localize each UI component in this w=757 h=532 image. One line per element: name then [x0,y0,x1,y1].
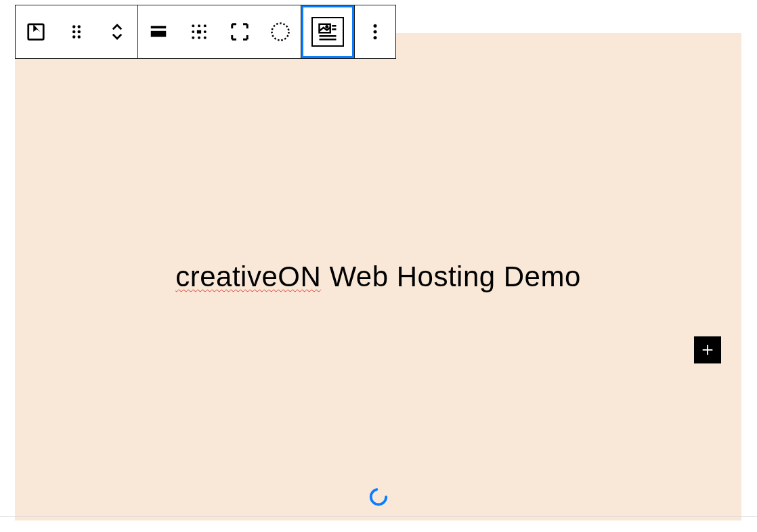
media-icon-frame [311,17,344,47]
duotone-icon [270,22,290,42]
spinner-icon [368,487,389,507]
plus-icon [700,342,715,357]
svg-rect-16 [197,30,201,34]
chevron-up-down-icon [107,22,127,42]
page-bottom-divider [0,516,757,517]
drag-handle-icon [66,22,87,42]
svg-point-5 [78,25,81,28]
svg-point-17 [204,30,207,33]
content-position-icon [189,22,209,42]
content-position-button[interactable] [179,5,219,58]
svg-point-23 [326,26,328,28]
cover-block[interactable]: creativeON Web Hosting Demo [15,33,741,520]
duotone-filter-button[interactable] [260,5,301,58]
svg-rect-3 [28,24,44,40]
svg-point-4 [72,25,76,28]
more-vertical-icon [365,22,385,42]
svg-point-2 [370,489,386,505]
align-wide-icon [148,22,169,42]
svg-point-13 [198,24,200,27]
change-alignment-button[interactable] [138,5,179,58]
toolbar-group-media [301,5,355,58]
cover-title[interactable]: creativeON Web Hosting Demo [175,261,581,293]
drag-handle-button[interactable] [56,5,97,58]
block-toolbar [15,5,396,59]
svg-point-20 [204,37,207,39]
svg-point-30 [374,36,377,39]
svg-point-14 [204,24,207,27]
toolbar-group-more [355,5,395,58]
cover-title-rest: Web Hosting Demo [321,261,581,292]
cover-title-word-spellcheck: creativeON [175,261,321,292]
svg-point-7 [78,30,81,34]
more-options-button[interactable] [355,5,395,58]
svg-point-6 [72,30,76,34]
svg-rect-10 [151,26,167,28]
svg-point-12 [192,24,194,27]
add-block-button[interactable] [694,336,721,363]
block-type-button[interactable] [16,5,56,58]
svg-point-28 [374,24,377,28]
svg-point-8 [72,35,76,39]
svg-point-18 [192,37,194,39]
cover-block-icon [26,22,46,42]
add-media-button[interactable] [301,5,354,58]
loading-spinner [368,487,389,510]
full-height-icon [230,22,250,42]
svg-point-15 [192,30,194,33]
svg-rect-11 [151,31,167,37]
media-text-icon [318,22,338,42]
svg-point-29 [374,30,377,34]
toolbar-group-layout [138,5,301,58]
svg-point-9 [78,35,81,39]
full-height-button[interactable] [219,5,260,58]
move-up-down-button[interactable] [97,5,137,58]
svg-point-19 [198,37,200,39]
toolbar-group-block [16,5,138,58]
svg-point-21 [272,24,289,41]
